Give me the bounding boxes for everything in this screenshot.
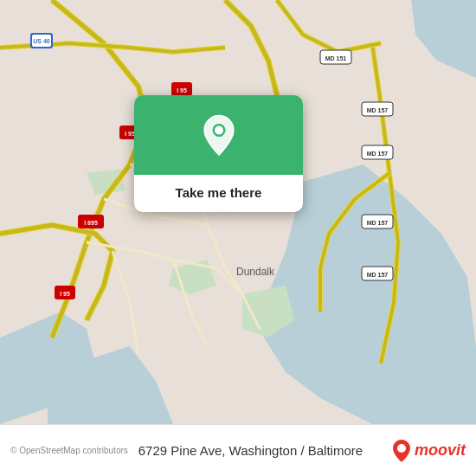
svg-text:Dundalk: Dundalk	[236, 266, 275, 278]
svg-text:I 95: I 95	[60, 291, 70, 297]
svg-point-37	[397, 444, 406, 453]
svg-text:US 40: US 40	[33, 38, 50, 44]
copyright-text: © OpenStreetMap contributors	[10, 446, 128, 455]
svg-point-36	[214, 125, 222, 134]
map-container: US 40 I 95 I 95 I 895 I 95 MD 151 MD 157…	[0, 0, 476, 424]
moovit-logo: moovit	[392, 439, 466, 463]
svg-text:I 95: I 95	[177, 87, 187, 93]
take-me-there-button[interactable]: Take me there	[162, 175, 276, 212]
svg-text:MD 157: MD 157	[367, 151, 389, 157]
footer: © OpenStreetMap contributors 6729 Pine A…	[0, 424, 476, 476]
svg-text:I 895: I 895	[84, 220, 98, 226]
moovit-pin-icon	[392, 439, 411, 463]
moovit-brand-text: moovit	[415, 441, 466, 460]
popup-card[interactable]: Take me there	[134, 95, 303, 212]
svg-text:MD 151: MD 151	[325, 55, 347, 61]
svg-text:MD 157: MD 157	[367, 107, 389, 113]
popup-tail	[209, 211, 229, 212]
address-text: 6729 Pine Ave, Washington / Baltimore	[138, 443, 382, 458]
map-background: US 40 I 95 I 95 I 895 I 95 MD 151 MD 157…	[0, 0, 476, 424]
svg-text:MD 157: MD 157	[367, 272, 389, 278]
location-pin-icon	[196, 114, 241, 159]
svg-text:MD 157: MD 157	[367, 220, 389, 226]
popup-icon-area	[134, 95, 303, 175]
